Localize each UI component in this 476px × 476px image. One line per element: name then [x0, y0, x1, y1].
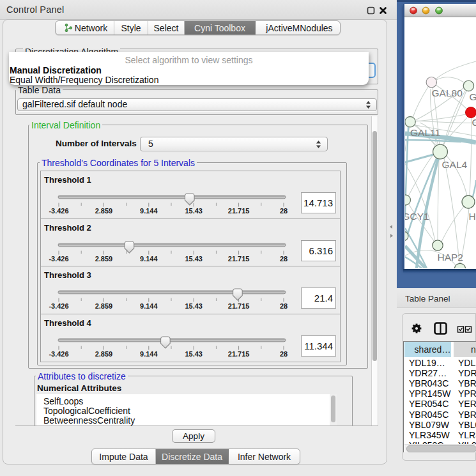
svg-text:GAL4: GAL4 — [442, 159, 468, 170]
svg-text:GAL11: GAL11 — [410, 127, 440, 138]
svg-text:-3.426: -3.426 — [49, 255, 68, 263]
svg-text:21.715: 21.715 — [228, 255, 250, 263]
svg-text:21.715: 21.715 — [228, 207, 250, 215]
svg-text:CY: CY — [472, 117, 476, 128]
svg-text:HAP2: HAP2 — [438, 252, 464, 263]
svg-text:15.43: 15.43 — [185, 302, 203, 310]
svg-text:GA: GA — [470, 91, 476, 102]
svg-text:28: 28 — [280, 350, 288, 358]
svg-text:GAL80: GAL80 — [432, 88, 463, 98]
svg-text:2.859: 2.859 — [95, 302, 113, 310]
svg-text:21.715: 21.715 — [228, 350, 250, 358]
svg-text:21.715: 21.715 — [228, 302, 250, 310]
svg-text:2.859: 2.859 — [95, 255, 113, 263]
svg-text:28: 28 — [280, 255, 288, 263]
svg-text:28: 28 — [280, 207, 288, 215]
svg-text:-3.426: -3.426 — [49, 350, 68, 358]
svg-text:GCY1: GCY1 — [405, 211, 429, 222]
svg-text:15.43: 15.43 — [185, 207, 203, 215]
svg-text:2.859: 2.859 — [95, 350, 113, 358]
svg-text:9.144: 9.144 — [140, 207, 158, 215]
svg-text:9.144: 9.144 — [140, 255, 158, 263]
svg-text:28: 28 — [280, 302, 288, 310]
svg-text:-3.426: -3.426 — [49, 302, 68, 310]
svg-text:2.859: 2.859 — [95, 207, 113, 215]
svg-text:HI: HI — [469, 211, 476, 222]
svg-text:9.144: 9.144 — [140, 302, 158, 310]
svg-text:15.43: 15.43 — [185, 350, 203, 358]
svg-text:9.144: 9.144 — [140, 350, 158, 358]
svg-text:15.43: 15.43 — [185, 255, 203, 263]
svg-text:-3.426: -3.426 — [49, 207, 68, 215]
